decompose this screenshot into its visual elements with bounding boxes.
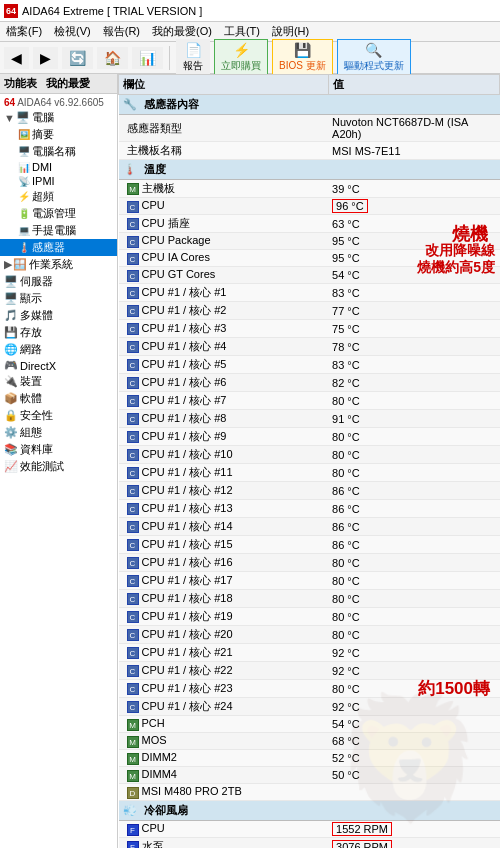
cpu-row-icon: C xyxy=(127,521,139,533)
field-text: CPU #1 / 核心 #15 xyxy=(142,538,233,550)
sidebar-item-server[interactable]: 🖥️ 伺服器 xyxy=(0,273,117,290)
table-row: CCPU #1 / 核心 #16 80 °C xyxy=(119,554,500,572)
refresh-button[interactable]: 🔄 xyxy=(62,47,93,69)
back-button[interactable]: ◀ xyxy=(4,47,29,69)
sidebar-item-network[interactable]: 🌐 網路 xyxy=(0,341,117,358)
bios-update-button[interactable]: 💾 BIOS 更新 xyxy=(272,39,333,76)
table-row: CCPU #1 / 核心 #14 86 °C xyxy=(119,518,500,536)
cell-value: 77 °C xyxy=(332,305,360,317)
multimedia-label: 多媒體 xyxy=(20,308,53,323)
cell-value-td: 78 °C xyxy=(328,338,499,356)
cell-value-td: 54 °C xyxy=(328,716,499,733)
sidebar-item-ipmi[interactable]: 📡 IPMI xyxy=(0,174,117,188)
cell-field: CCPU #1 / 核心 #15 xyxy=(119,536,329,554)
cpu-row-icon: C xyxy=(127,218,139,230)
sidebar-item-device[interactable]: 🔌 裝置 xyxy=(0,373,117,390)
cell-value: Nuvoton NCT6687D-M (ISA A20h) xyxy=(332,116,468,140)
ipmi-icon: 📡 xyxy=(18,176,30,187)
config-label: 組態 xyxy=(20,425,42,440)
sidebar-item-multimedia[interactable]: 🎵 多媒體 xyxy=(0,307,117,324)
cell-field: CCPU xyxy=(119,198,329,215)
storage-row-icon: D xyxy=(127,787,139,799)
driver-update-button[interactable]: 🔍 驅動程式更新 xyxy=(337,39,411,76)
table-row: CCPU 96 °C xyxy=(119,198,500,215)
sidebar-item-config[interactable]: ⚙️ 組態 xyxy=(0,424,117,441)
cpu-row-icon: C xyxy=(127,557,139,569)
sidebar-item-power[interactable]: 🔋 電源管理 xyxy=(0,205,117,222)
sidebar-item-computer[interactable]: ▼ 🖥️ 電腦 xyxy=(0,109,117,126)
report-label: 報告 xyxy=(183,59,203,73)
field-text: MOS xyxy=(142,734,167,746)
board-row-icon: M xyxy=(127,183,139,195)
menu-favorites[interactable]: 我的最愛(O) xyxy=(150,24,214,39)
computer-arrow: ▼ xyxy=(4,112,15,124)
sidebar-item-pcname[interactable]: 🖥️ 電腦名稱 xyxy=(0,143,117,160)
chart-button[interactable]: 📊 xyxy=(132,47,163,69)
cell-value-td: 75 °C xyxy=(328,320,499,338)
menu-help[interactable]: 說明(H) xyxy=(270,24,311,39)
sidebar-item-display[interactable]: 🖥️ 顯示 xyxy=(0,290,117,307)
field-text: CPU #1 / 核心 #10 xyxy=(142,448,233,460)
sensor-table: 欄位 值 🔧 感應器內容 感應器類型 Nuvoton NCT6687D-M (I… xyxy=(118,74,500,848)
table-row: CCPU #1 / 核心 #11 80 °C xyxy=(119,464,500,482)
sidebar-item-summary[interactable]: 🖼️ 摘要 xyxy=(0,126,117,143)
board-row-icon: M xyxy=(127,719,139,731)
overclock-icon: ⚡ xyxy=(18,191,30,202)
cell-field: CCPU #1 / 核心 #24 xyxy=(119,698,329,716)
cpu-row-icon: C xyxy=(127,359,139,371)
driver-icon: 🔍 xyxy=(365,42,382,58)
menu-view[interactable]: 檢視(V) xyxy=(52,24,93,39)
cell-value-td: 54 °C xyxy=(328,267,499,284)
section-header-cell: 🌡️ 溫度 xyxy=(119,160,500,180)
cpu-row-icon: C xyxy=(127,270,139,282)
cell-value: 86 °C xyxy=(332,521,360,533)
sidebar-item-database[interactable]: 📚 資料庫 xyxy=(0,441,117,458)
cell-value: 54 °C xyxy=(332,269,360,281)
pcname-label: 電腦名稱 xyxy=(32,144,76,159)
cpu-row-icon: C xyxy=(127,395,139,407)
menu-file[interactable]: 檔案(F) xyxy=(4,24,44,39)
cpu-row-icon: C xyxy=(127,593,139,605)
cpu-row-icon: C xyxy=(127,287,139,299)
sidebar-item-dmi[interactable]: 📊 DMI xyxy=(0,160,117,174)
table-row: CCPU #1 / 核心 #4 78 °C xyxy=(119,338,500,356)
sidebar-item-laptop[interactable]: 💻 手提電腦 xyxy=(0,222,117,239)
sensor-icon: 🌡️ xyxy=(18,242,30,253)
report-icon: 📄 xyxy=(185,42,202,58)
device-label: 裝置 xyxy=(20,374,42,389)
table-row: CCPU #1 / 核心 #12 86 °C xyxy=(119,482,500,500)
highlighted-value: 96 °C xyxy=(332,199,368,213)
cell-value-td: 95 °C xyxy=(328,250,499,267)
sidebar-item-os[interactable]: ▶ 🪟 作業系統 xyxy=(0,256,117,273)
cell-value-td: 77 °C xyxy=(328,302,499,320)
dmi-icon: 📊 xyxy=(18,162,30,173)
sidebar-item-benchmark[interactable]: 📈 效能測試 xyxy=(0,458,117,475)
field-text: 主機板名稱 xyxy=(127,144,182,156)
title-bar: 64 AIDA64 Extreme [ TRIAL VERSION ] xyxy=(0,0,500,22)
forward-button[interactable]: ▶ xyxy=(33,47,58,69)
sidebar-app-version: 64 AIDA64 v6.92.6605 xyxy=(0,96,117,109)
table-row: CCPU IA Cores 95 °C xyxy=(119,250,500,267)
home-button[interactable]: 🏠 xyxy=(97,47,128,69)
field-text: CPU #1 / 核心 #7 xyxy=(142,394,227,406)
buy-button[interactable]: ⚡ 立即購買 xyxy=(214,39,268,76)
cell-value-td: 83 °C xyxy=(328,356,499,374)
sidebar-item-sensor[interactable]: 🌡️ 感應器 xyxy=(0,239,117,256)
cell-field: 感應器類型 xyxy=(119,115,329,142)
cpu-row-icon: C xyxy=(127,413,139,425)
sidebar-item-storage[interactable]: 💾 存放 xyxy=(0,324,117,341)
sidebar-item-overclock[interactable]: ⚡ 超頻 xyxy=(0,188,117,205)
toolbar: ◀ ▶ 🔄 🏠 📊 📄 報告 ⚡ 立即購買 💾 BIOS 更新 🔍 驅動程式更新 xyxy=(0,42,500,74)
highlighted-value: 3076 RPM xyxy=(332,840,392,849)
menu-report[interactable]: 報告(R) xyxy=(101,24,142,39)
menu-tools[interactable]: 工具(T) xyxy=(222,24,262,39)
cell-value: 83 °C xyxy=(332,287,360,299)
table-row: CCPU #1 / 核心 #1 83 °C xyxy=(119,284,500,302)
cell-value-td: 92 °C xyxy=(328,644,499,662)
sidebar-item-software[interactable]: 📦 軟體 xyxy=(0,390,117,407)
table-row: CCPU #1 / 核心 #3 75 °C xyxy=(119,320,500,338)
sidebar-item-security[interactable]: 🔒 安全性 xyxy=(0,407,117,424)
report-button[interactable]: 📄 報告 xyxy=(176,39,210,76)
sidebar-item-directx[interactable]: 🎮 DirectX xyxy=(0,358,117,373)
cpu-row-icon: C xyxy=(127,575,139,587)
